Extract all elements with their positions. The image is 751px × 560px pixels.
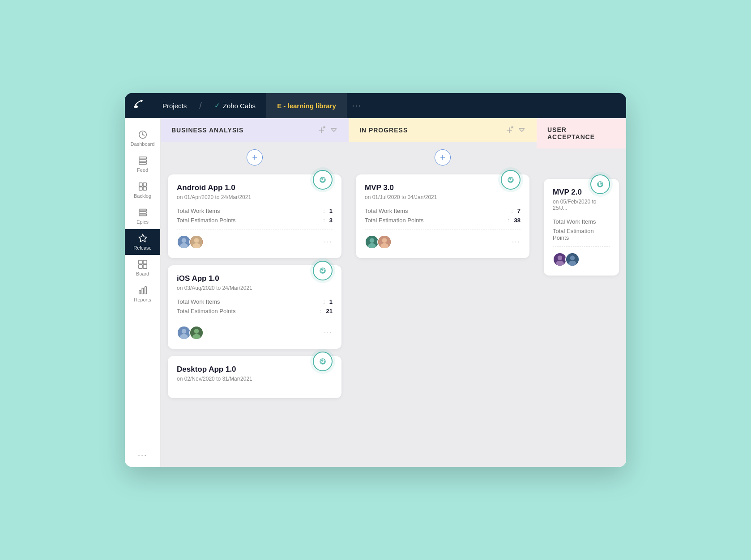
card-divider bbox=[177, 229, 333, 229]
card-desktop-app: Desktop App 1.0 on 02/Nov/2020 to 31/Mar… bbox=[168, 356, 341, 398]
sidebar-item-feed[interactable]: Feed bbox=[125, 151, 160, 177]
card-android-app: Android App 1.0 on 01/Apr/2020 to 24/Mar… bbox=[168, 174, 341, 258]
card-mvp30: MVP 3.0 on 01/Jul/2020 to 04/Jan/2021 To… bbox=[356, 174, 529, 258]
svg-point-46 bbox=[368, 243, 376, 249]
logo-icon bbox=[132, 98, 144, 113]
svg-point-26 bbox=[182, 238, 187, 243]
card-menu-ios[interactable]: ··· bbox=[324, 329, 333, 337]
card-title-mvp30: MVP 3.0 bbox=[365, 183, 521, 192]
kanban-board-area: BUSINESS ANALYSIS bbox=[161, 118, 626, 467]
add-card-button-in-progress[interactable]: + bbox=[435, 149, 451, 165]
sidebar-item-epics[interactable]: Epics bbox=[125, 203, 160, 229]
power-icon-mvp20 bbox=[590, 174, 610, 194]
nav-tab-projects[interactable]: Projects bbox=[152, 93, 197, 118]
svg-rect-19 bbox=[145, 287, 146, 294]
card-divider bbox=[177, 320, 333, 320]
add-card-button-business[interactable]: + bbox=[247, 149, 263, 165]
card-avatars-ios bbox=[177, 326, 202, 340]
svg-rect-13 bbox=[138, 260, 142, 264]
sidebar-more-button[interactable]: ··· bbox=[138, 450, 147, 460]
sidebar-reports-label: Reports bbox=[134, 297, 151, 302]
main-layout: Dashboard Feed Backlog bbox=[125, 118, 626, 467]
svg-rect-6 bbox=[139, 183, 142, 186]
sidebar-item-board[interactable]: Board bbox=[125, 255, 160, 281]
card-menu-android[interactable]: ··· bbox=[324, 238, 333, 246]
card-footer-mvp30: ··· bbox=[365, 235, 521, 249]
nav-tab-elearning-label: E - learning library bbox=[277, 102, 336, 110]
card-stats-android: Total Work Items : 1 Total Estimation Po… bbox=[177, 208, 333, 224]
svg-point-27 bbox=[180, 243, 188, 249]
card-menu-mvp30[interactable]: ··· bbox=[512, 238, 521, 246]
sidebar-item-dashboard[interactable]: Dashboard bbox=[125, 125, 160, 151]
sidebar-item-reports[interactable]: Reports bbox=[125, 281, 160, 307]
app-window: Projects / ✓ Zoho Cabs E - learning libr… bbox=[125, 93, 626, 467]
column-title-business: BUSINESS ANALYSIS bbox=[171, 127, 243, 134]
dashboard-icon bbox=[138, 130, 148, 140]
card-stats-mvp30: Total Work Items : 7 Total Estimation Po… bbox=[365, 208, 521, 224]
feed-icon bbox=[138, 156, 148, 165]
card-title-desktop: Desktop App 1.0 bbox=[177, 365, 333, 374]
sidebar-epics-label: Epics bbox=[137, 219, 149, 225]
avatar bbox=[189, 326, 204, 340]
sidebar-dashboard-label: Dashboard bbox=[131, 141, 155, 147]
column-add-button-in-progress[interactable] bbox=[505, 126, 513, 134]
nav-divider: / bbox=[199, 101, 202, 111]
svg-rect-14 bbox=[143, 260, 146, 264]
card-mvp20: MVP 2.0 on 05/Feb/2020 to 25/J... Total … bbox=[544, 179, 619, 276]
nav-tab-zohocabs[interactable]: ✓ Zoho Cabs bbox=[204, 93, 266, 118]
nav-logo bbox=[125, 93, 152, 118]
epics-icon bbox=[138, 208, 148, 217]
nav-tab-elearning[interactable]: E - learning library bbox=[266, 93, 347, 118]
stat-estimation-android: Total Estimation Points : 3 bbox=[177, 217, 333, 224]
svg-point-37 bbox=[192, 334, 201, 339]
svg-point-48 bbox=[382, 238, 387, 243]
svg-point-49 bbox=[380, 243, 388, 249]
column-title-in-progress: IN PROGRESS bbox=[359, 127, 408, 134]
reports-icon bbox=[138, 285, 148, 295]
avatar bbox=[377, 235, 392, 249]
card-dates-desktop: on 02/Nov/2020 to 31/Mar/2021 bbox=[177, 376, 333, 382]
sidebar-item-backlog[interactable]: Backlog bbox=[125, 177, 160, 203]
backlog-icon bbox=[138, 182, 148, 191]
svg-point-52 bbox=[558, 255, 563, 260]
column-add-button-business[interactable] bbox=[317, 126, 325, 134]
svg-point-56 bbox=[568, 261, 576, 266]
column-actions-in-progress bbox=[505, 126, 526, 134]
power-icon-android bbox=[313, 170, 333, 190]
svg-rect-7 bbox=[143, 183, 146, 186]
column-body-business: + Android App 1.0 on 01/ bbox=[161, 142, 349, 467]
sidebar-release-label: Release bbox=[133, 245, 151, 250]
column-actions-business bbox=[317, 126, 338, 134]
card-title-android: Android App 1.0 bbox=[177, 183, 333, 192]
power-icon-ios bbox=[313, 261, 333, 280]
card-ios-app: iOS App 1.0 on 03/Aug/2020 to 24/Mar/202… bbox=[168, 265, 341, 349]
card-dates-ios: on 03/Aug/2020 to 24/Mar/2021 bbox=[177, 285, 333, 291]
svg-point-53 bbox=[556, 261, 564, 266]
sidebar-item-release[interactable]: Release bbox=[125, 229, 160, 255]
card-divider bbox=[365, 229, 521, 229]
top-nav: Projects / ✓ Zoho Cabs E - learning libr… bbox=[125, 93, 626, 118]
kanban-board: BUSINESS ANALYSIS bbox=[161, 118, 626, 467]
svg-rect-4 bbox=[139, 160, 146, 162]
column-expand-button-business[interactable] bbox=[330, 126, 338, 134]
svg-point-2 bbox=[142, 134, 143, 136]
column-body-user-acceptance: MVP 2.0 on 05/Feb/2020 to 25/J... Total … bbox=[537, 148, 626, 467]
power-icon-desktop bbox=[313, 352, 333, 371]
nav-more-button[interactable]: ··· bbox=[352, 101, 362, 110]
svg-rect-10 bbox=[139, 209, 146, 211]
release-icon bbox=[138, 233, 148, 243]
card-avatars-mvp30 bbox=[365, 235, 390, 249]
sidebar: Dashboard Feed Backlog bbox=[125, 118, 161, 467]
card-stats-mvp20: Total Work Items Total Estimation Points bbox=[553, 218, 610, 241]
svg-point-55 bbox=[570, 255, 575, 260]
column-header-business: BUSINESS ANALYSIS bbox=[161, 118, 349, 142]
nav-tab-projects-label: Projects bbox=[162, 102, 187, 110]
avatar bbox=[189, 235, 204, 249]
column-expand-button-in-progress[interactable] bbox=[518, 126, 526, 134]
svg-rect-15 bbox=[138, 265, 142, 268]
column-business-analysis: BUSINESS ANALYSIS bbox=[161, 118, 349, 467]
sidebar-board-label: Board bbox=[136, 271, 149, 276]
svg-point-30 bbox=[192, 243, 201, 249]
sidebar-backlog-label: Backlog bbox=[134, 193, 151, 199]
column-title-user-acceptance: USER ACCEPTANCE bbox=[547, 126, 615, 140]
